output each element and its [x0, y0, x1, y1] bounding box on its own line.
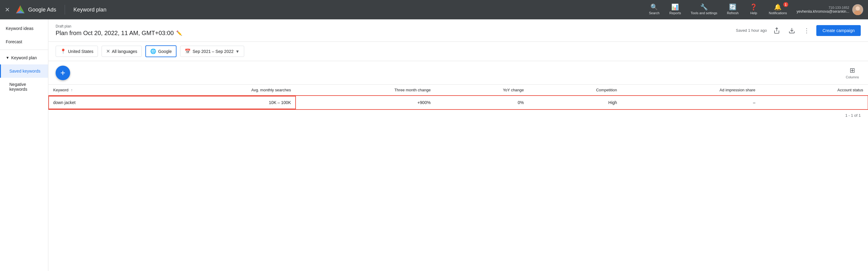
network-filter-label: Google	[158, 49, 172, 54]
date-range-label: Sep 2021 – Sep 2022	[192, 49, 233, 54]
chevron-down-icon: ▼	[6, 56, 9, 60]
keyword-table: Keyword ↑ Avg. monthly searches Three mo…	[49, 84, 868, 110]
th-avg-monthly-searches[interactable]: Avg. monthly searches	[146, 85, 296, 96]
sidebar-item-forecast[interactable]: Forecast	[0, 35, 48, 49]
user-phone: 710-133-1652	[829, 6, 849, 9]
nav-divider	[65, 5, 65, 14]
search-nav-label: Search	[649, 11, 659, 15]
pagination: 1 - 1 of 1	[49, 110, 868, 121]
th-account-status[interactable]: Account status	[760, 85, 868, 96]
columns-label: Columns	[846, 75, 859, 79]
td-keyword: down jacket	[49, 96, 146, 110]
sidebar-item-keyword-plan[interactable]: ▼ Keyword plan	[0, 51, 48, 64]
network-filter[interactable]: 🌐 Google	[145, 46, 177, 57]
th-keyword[interactable]: Keyword ↑	[49, 85, 146, 96]
language-icon: ✕	[106, 49, 110, 54]
close-button[interactable]: ✕	[5, 7, 10, 13]
top-nav: ✕ Google Ads Keyword plan 🔍 Search 📊 Rep…	[0, 0, 868, 19]
help-nav-button[interactable]: ❓ Help	[745, 1, 763, 18]
three-month-value: +900%	[417, 100, 431, 105]
reports-icon: 📊	[671, 4, 679, 10]
sidebar-item-saved-keywords-label: Saved keywords	[9, 69, 40, 73]
avg-monthly-value: 10K – 100K	[269, 100, 291, 105]
edit-icon[interactable]: ✏️	[176, 30, 182, 36]
sidebar: Keyword ideas Forecast ▼ Keyword plan Sa…	[0, 19, 49, 271]
sidebar-item-saved-keywords[interactable]: Saved keywords	[0, 64, 48, 78]
tools-nav-label: Tools and settings	[690, 11, 717, 15]
sidebar-item-keyword-ideas-label: Keyword ideas	[6, 26, 34, 31]
th-account-status-label: Account status	[837, 88, 863, 92]
location-icon: 📍	[60, 49, 66, 54]
draft-label: Draft plan	[56, 24, 182, 28]
user-menu[interactable]: 710-133-1652 yevheniia.khromova@serankin…	[797, 4, 863, 15]
add-icon: +	[60, 68, 65, 78]
nav-left: ✕ Google Ads Keyword plan	[5, 4, 106, 15]
main-layout: Keyword ideas Forecast ▼ Keyword plan Sa…	[0, 19, 868, 271]
th-three-month-label: Three month change	[395, 88, 431, 92]
google-logo-icon	[15, 4, 26, 15]
columns-button[interactable]: ⊞ Columns	[844, 65, 861, 81]
main-content: Draft plan Plan from Oct 20, 2022, 11 AM…	[49, 19, 868, 271]
th-yoy-label: YoY change	[503, 88, 524, 92]
refresh-nav-button[interactable]: 🔄 Refresh	[723, 1, 742, 18]
location-filter[interactable]: 📍 United States	[56, 46, 98, 57]
download-button[interactable]	[787, 25, 797, 36]
th-three-month-change[interactable]: Three month change	[296, 85, 435, 96]
th-avg-monthly-label: Avg. monthly searches	[251, 88, 291, 92]
add-keyword-button[interactable]: +	[56, 66, 70, 80]
keyword-value: down jacket	[53, 100, 75, 105]
notifications-icon: 🔔	[774, 4, 781, 10]
competition-value: High	[609, 100, 617, 105]
table-header-row: Keyword ↑ Avg. monthly searches Three mo…	[49, 85, 868, 96]
yoy-value: 0%	[518, 100, 524, 105]
reports-nav-button[interactable]: 📊 Reports	[666, 1, 685, 18]
user-email: yevheniia.khromova@serankin...	[797, 9, 849, 13]
share-button[interactable]	[772, 25, 782, 36]
create-campaign-button[interactable]: Create campaign	[816, 25, 861, 36]
notifications-nav-label: Notifications	[769, 11, 787, 15]
th-yoy-change[interactable]: YoY change	[435, 85, 529, 96]
more-options-button[interactable]: ⋮	[802, 25, 811, 36]
sidebar-divider	[0, 50, 48, 50]
header-actions: Saved 1 hour ago ⋮	[736, 25, 861, 36]
td-three-month-change: +900%	[296, 96, 435, 110]
td-ad-impression-share: –	[622, 96, 761, 110]
nav-center: 🔍 Search 📊 Reports 🔧 Tools and settings …	[645, 1, 863, 18]
calendar-icon: 📅	[185, 49, 191, 54]
search-icon: 🔍	[650, 4, 658, 10]
th-competition[interactable]: Competition	[529, 85, 622, 96]
sidebar-item-negative-keywords[interactable]: Negative keywords	[0, 78, 48, 96]
th-keyword-label: Keyword	[53, 88, 69, 92]
date-range-filter[interactable]: 📅 Sep 2021 – Sep 2022 ▼	[180, 46, 244, 57]
download-icon	[788, 27, 795, 34]
th-ad-impression-label: Ad impression share	[720, 88, 755, 92]
plan-name: Plan from Oct 20, 2022, 11 AM, GMT+03:00…	[56, 30, 182, 37]
language-filter[interactable]: ✕ All languages	[101, 46, 142, 57]
th-competition-label: Competition	[596, 88, 617, 92]
help-nav-label: Help	[750, 11, 757, 15]
google-ads-logo: Google Ads	[15, 4, 56, 15]
language-filter-label: All languages	[112, 49, 137, 54]
search-nav-button[interactable]: 🔍 Search	[645, 1, 663, 18]
tools-icon: 🔧	[700, 4, 708, 10]
help-icon: ❓	[750, 4, 757, 10]
sidebar-item-keyword-ideas[interactable]: Keyword ideas	[0, 22, 48, 35]
refresh-nav-label: Refresh	[727, 11, 739, 15]
notification-badge: 1	[783, 2, 788, 7]
saved-label: Saved 1 hour ago	[736, 28, 767, 33]
plan-name-text: Plan from Oct 20, 2022, 11 AM, GMT+03:00	[56, 30, 174, 37]
notifications-nav-button[interactable]: 🔔 1 Notifications	[765, 1, 790, 18]
brand-name: Google Ads	[28, 7, 56, 13]
table-row[interactable]: down jacket 10K – 100K +900% 0% High	[49, 96, 868, 110]
th-ad-impression-share[interactable]: Ad impression share	[622, 85, 761, 96]
page-title-nav: Keyword plan	[73, 7, 106, 13]
tools-nav-button[interactable]: 🔧 Tools and settings	[687, 1, 721, 18]
columns-icon: ⊞	[849, 66, 855, 74]
share-icon	[773, 27, 780, 34]
table-toolbar: + ⊞ Columns	[49, 61, 868, 84]
network-icon: 🌐	[150, 49, 156, 54]
location-filter-label: United States	[68, 49, 93, 54]
td-competition: High	[529, 96, 622, 110]
refresh-icon: 🔄	[729, 4, 737, 10]
td-yoy-change: 0%	[435, 96, 529, 110]
